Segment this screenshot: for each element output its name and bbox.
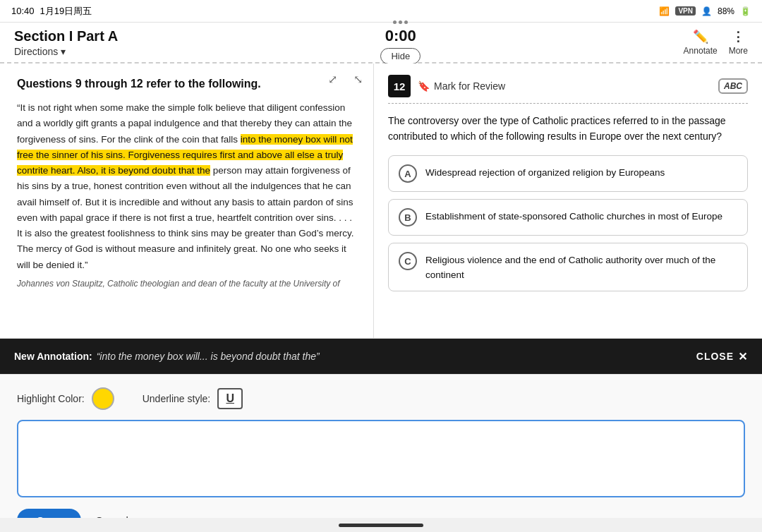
- collapse-icon[interactable]: ⤡: [348, 69, 368, 89]
- status-left: 10:40 1月19日周五: [11, 5, 92, 18]
- option-circle-b: B: [399, 208, 417, 226]
- more-label: More: [729, 46, 748, 56]
- section-title: Section I Part A: [14, 28, 118, 44]
- annotate-button[interactable]: ✏️ Annotate: [684, 29, 718, 56]
- directions-label: Directions: [14, 46, 58, 57]
- annotation-preview: “into the money box will... is beyond do…: [97, 351, 320, 362]
- annotation-label: New Annotation:: [14, 351, 92, 362]
- header-right: ✏️ Annotate ⋮ More: [684, 29, 748, 56]
- underline-style-label: Underline style:: [143, 393, 211, 404]
- header-left: Section I Part A Directions ▾: [14, 28, 118, 57]
- annotation-bar-left: New Annotation: “into the money box will…: [14, 351, 320, 362]
- passage-text-after: person may attain forgiveness of his sin…: [17, 165, 353, 270]
- panel-icons: ⤢ ⤡: [322, 69, 368, 89]
- passage-source: Johannes von Staupitz, Catholic theologi…: [17, 279, 356, 289]
- option-circle-a: A: [399, 164, 417, 183]
- pencil-icon: ✏️: [693, 29, 708, 44]
- left-panel: ⤢ ⤡ Questions 9 through 12 refer to the …: [0, 64, 374, 338]
- option-text-c: Religious violence and the end of Cathol…: [425, 252, 737, 282]
- wifi-icon: 📶: [659, 6, 670, 16]
- expand-icon[interactable]: ⤢: [322, 69, 342, 89]
- annotation-panel: Highlight Color: Underline style: U Save…: [0, 374, 762, 532]
- right-panel: 12 🔖 Mark for Review ABC The controversy…: [374, 64, 762, 338]
- annotation-bar: New Annotation: “into the money box will…: [0, 339, 762, 374]
- header-center: 0:00 Hide: [380, 20, 421, 64]
- mark-for-review-button[interactable]: 🔖 Mark for Review: [418, 80, 711, 92]
- close-annotation-label: CLOSE: [696, 351, 734, 362]
- more-button[interactable]: ⋮ More: [729, 29, 748, 56]
- person-icon: 👤: [701, 6, 712, 16]
- underline-style-group: Underline style: U: [143, 388, 243, 409]
- timer-dot-1: [393, 20, 397, 24]
- directions-button[interactable]: Directions ▾: [14, 46, 118, 57]
- answer-option-a[interactable]: A Widespread rejection of organized reli…: [388, 155, 748, 192]
- chevron-down-icon: ▾: [61, 46, 66, 57]
- status-date: 1月19日周五: [40, 5, 92, 18]
- status-bar: 10:40 1月19日周五 📶 VPN 👤 88% 🔋: [0, 0, 762, 23]
- option-text-a: Widespread rejection of organized religi…: [425, 164, 665, 180]
- vpn-badge: VPN: [675, 6, 696, 16]
- underline-button[interactable]: U: [217, 388, 243, 409]
- question-text: The controversy over the type of Catholi…: [388, 114, 748, 144]
- status-right: 📶 VPN 👤 88% 🔋: [659, 6, 751, 16]
- annotation-textarea[interactable]: [17, 420, 745, 497]
- bottom-bar: [0, 518, 762, 532]
- timer-dot-2: [399, 20, 402, 24]
- answer-option-b[interactable]: B Establishment of state-sponsored Catho…: [388, 199, 748, 236]
- status-time: 10:40: [11, 6, 35, 16]
- option-text-b: Establishment of state-sponsored Catholi…: [425, 208, 722, 224]
- abc-badge: ABC: [718, 78, 748, 94]
- highlight-color-label: Highlight Color:: [17, 393, 85, 404]
- close-x-icon: ✕: [738, 350, 748, 363]
- battery-label: 88%: [718, 6, 734, 16]
- timer-display: 0:00: [385, 27, 416, 45]
- battery-icon: 🔋: [740, 6, 751, 16]
- bookmark-icon: 🔖: [418, 80, 430, 92]
- annotation-tools: Highlight Color: Underline style: U: [17, 387, 745, 410]
- option-circle-c: C: [399, 252, 417, 270]
- highlight-color-picker[interactable]: [92, 387, 114, 410]
- hide-button[interactable]: Hide: [380, 48, 421, 64]
- answer-option-c[interactable]: C Religious violence and the end of Cath…: [388, 243, 748, 291]
- mark-review-label: Mark for Review: [434, 80, 505, 92]
- passage-heading: Questions 9 through 12 refer to the foll…: [17, 78, 356, 90]
- home-indicator: [339, 524, 423, 527]
- top-header: Section I Part A Directions ▾ 0:00 Hide …: [0, 23, 762, 64]
- passage-text: “It is not right when some make the simp…: [17, 100, 356, 273]
- annotate-label: Annotate: [684, 46, 718, 56]
- timer-dot-3: [404, 20, 408, 24]
- timer-dots: [393, 20, 408, 24]
- question-header: 12 🔖 Mark for Review ABC: [388, 75, 748, 104]
- content-area: ⤢ ⤡ Questions 9 through 12 refer to the …: [0, 64, 762, 339]
- highlight-color-group: Highlight Color:: [17, 387, 114, 410]
- more-dots-icon: ⋮: [732, 29, 744, 44]
- question-number: 12: [388, 75, 411, 97]
- close-annotation-button[interactable]: CLOSE ✕: [696, 350, 748, 363]
